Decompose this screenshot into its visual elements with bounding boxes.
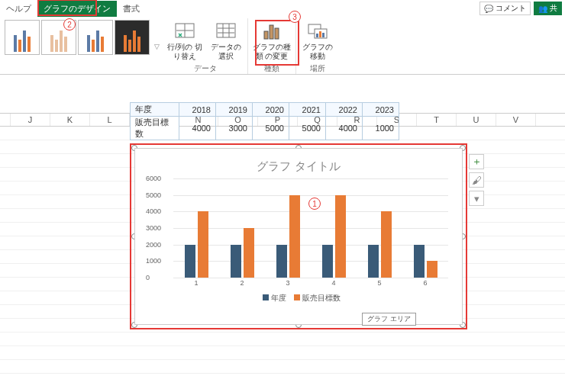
chart-style-3[interactable] — [78, 20, 113, 55]
chart-elements-button[interactable]: ＋ — [469, 154, 484, 169]
col-header[interactable]: J — [11, 114, 50, 126]
worksheet-area: J K L M N O P Q R S T U V 年度 20182019 20… — [0, 75, 565, 374]
chart-filters-button[interactable]: ▾ — [469, 191, 484, 206]
chart-styles-button[interactable]: 🖌 — [469, 172, 484, 188]
move-chart-icon — [307, 21, 328, 41]
scroll-handle-icon[interactable]: ▽ — [154, 43, 160, 50]
chart-title[interactable]: グラフ タイトル — [143, 159, 454, 174]
chart-object[interactable]: ＋ 🖌 ▾ グラフ タイトル 0100020003000400050006000… — [134, 148, 463, 325]
move-chart-button[interactable]: グラフの 移動 — [298, 20, 337, 62]
col-header[interactable]: L — [90, 114, 130, 126]
group-label-type: 種類 — [264, 63, 279, 74]
tab-chart-design[interactable]: グラフのデザイン — [37, 1, 117, 17]
chart-style-1[interactable] — [5, 20, 40, 55]
change-chart-type-icon — [261, 21, 282, 41]
svg-rect-1 — [217, 24, 235, 37]
col-header[interactable]: K — [50, 114, 90, 126]
select-data-icon — [215, 21, 237, 41]
svg-rect-2 — [264, 31, 268, 39]
col-header[interactable]: T — [417, 114, 457, 126]
group-label-data: データ — [194, 63, 217, 74]
svg-rect-8 — [319, 31, 321, 37]
svg-rect-9 — [322, 33, 324, 37]
col-header[interactable]: V — [496, 114, 536, 126]
switch-row-col-icon — [174, 21, 195, 41]
svg-rect-3 — [270, 25, 273, 39]
select-data-button[interactable]: データの 選択 — [206, 20, 246, 62]
ribbon-tabs: ヘルプ グラフのデザイン 書式 💬コメント 👥共 — [0, 0, 565, 17]
share-button[interactable]: 👥共 — [534, 2, 562, 15]
chart-styles-gallery[interactable] — [0, 18, 154, 74]
data-table[interactable]: 年度 20182019 20202021 20222023 販売目標数 4000… — [130, 102, 399, 140]
chart-style-4[interactable] — [115, 20, 150, 55]
tab-help[interactable]: ヘルプ — [0, 1, 37, 17]
comments-button[interactable]: 💬コメント — [479, 2, 531, 15]
ribbon-body: ▽ 行/列の 切り替え データの 選択 データ グラフの種類 の変更 種類 — [0, 17, 565, 75]
change-chart-type-button[interactable]: グラフの種類 の変更 — [250, 20, 294, 62]
annotation-circle-1: 1 — [308, 198, 321, 210]
switch-row-col-button[interactable]: 行/列の 切り替え — [165, 20, 205, 62]
tab-format[interactable]: 書式 — [117, 1, 146, 17]
annotation-circle-2: 2 — [63, 18, 76, 31]
chart-tooltip: グラフ エリア — [362, 313, 416, 326]
chart-plot-area[interactable]: 0100020003000400050006000 — [173, 178, 448, 278]
svg-rect-7 — [316, 34, 318, 37]
col-header[interactable]: U — [457, 114, 496, 126]
chart-legend[interactable]: 年度 販売目標数 — [143, 293, 454, 304]
group-label-location: 場所 — [310, 63, 325, 74]
annotation-circle-3: 3 — [289, 11, 301, 23]
svg-rect-4 — [275, 28, 279, 39]
